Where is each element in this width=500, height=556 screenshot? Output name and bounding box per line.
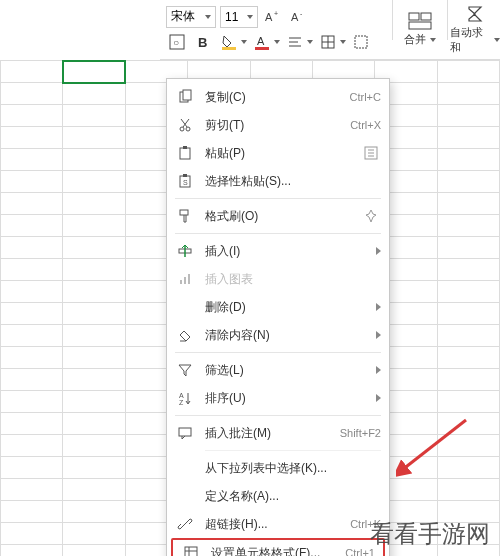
- menu-separator: [205, 450, 381, 451]
- toolbar-separator: [392, 0, 393, 40]
- svg-text:A: A: [291, 11, 299, 23]
- bold-button[interactable]: B: [192, 31, 214, 53]
- menu-item-label: 排序(U): [205, 390, 370, 407]
- menu-item-label: 格式刷(O): [205, 208, 355, 225]
- svg-rect-42: [188, 274, 190, 284]
- svg-text:B: B: [198, 35, 207, 50]
- context-menu: 复制(C)Ctrl+C剪切(T)Ctrl+X粘贴(P)S选择性粘贴(S)...格…: [166, 78, 390, 556]
- toolbar-separator: [447, 0, 448, 40]
- menu-item-label: 设置单元格格式(F)...: [211, 545, 345, 557]
- increase-font-button[interactable]: A+: [262, 6, 284, 28]
- fill-color-button[interactable]: [218, 31, 240, 53]
- decrease-font-button[interactable]: A-: [288, 6, 310, 28]
- decrease-font-icon: A-: [290, 8, 308, 26]
- svg-line-48: [183, 522, 187, 526]
- copy-icon: [175, 87, 195, 107]
- menu-item-label: 插入批注(M): [205, 425, 340, 442]
- menu-item[interactable]: 复制(C)Ctrl+C: [167, 83, 389, 111]
- menu-item[interactable]: 筛选(L): [167, 356, 389, 384]
- borders-button[interactable]: [317, 31, 339, 53]
- svg-rect-26: [180, 148, 190, 159]
- selected-cell[interactable]: [63, 61, 125, 83]
- format-painter-icon: [175, 206, 195, 226]
- cut-icon: [175, 115, 195, 135]
- menu-item-shortcut: Shift+F2: [340, 427, 381, 439]
- svg-point-23: [186, 127, 190, 131]
- chevron-down-icon: [494, 38, 500, 42]
- font-family-value: 宋体: [171, 8, 195, 25]
- menu-item-label: 插入图表: [205, 271, 381, 288]
- menu-item-label: 剪切(T): [205, 117, 350, 134]
- chevron-down-icon: [247, 15, 253, 19]
- svg-text:A: A: [179, 392, 184, 399]
- font-color-button[interactable]: A: [251, 31, 273, 53]
- watermark: 看看手游网: [370, 518, 490, 550]
- svg-text:Z: Z: [179, 399, 184, 406]
- menu-item[interactable]: 超链接(H)...Ctrl+K: [167, 510, 389, 538]
- hyperlink-icon: [175, 514, 195, 534]
- print-area-button[interactable]: [350, 31, 372, 53]
- chevron-right-icon: [376, 303, 381, 311]
- insert-chart-icon: [175, 269, 195, 289]
- comment-icon: [175, 423, 195, 443]
- menu-item-label: 选择性粘贴(S)...: [205, 173, 381, 190]
- merge-icon: [408, 12, 432, 30]
- toolbar-font-section: 宋体 11 A+ A- ○ B: [160, 0, 390, 59]
- font-color-icon: A: [253, 33, 271, 51]
- sort-icon: AZ: [175, 388, 195, 408]
- font-size-value: 11: [225, 10, 238, 24]
- align-button[interactable]: [284, 31, 306, 53]
- menu-item-label: 复制(C): [205, 89, 350, 106]
- chevron-right-icon: [376, 331, 381, 339]
- blank-icon: [175, 297, 195, 317]
- menu-item[interactable]: 格式刷(O): [167, 202, 389, 230]
- chevron-down-icon[interactable]: [274, 40, 280, 44]
- menu-item[interactable]: 粘贴(P): [167, 139, 389, 167]
- align-icon: [286, 33, 304, 51]
- svg-text:S: S: [183, 179, 188, 186]
- font-size-select[interactable]: 11: [220, 6, 258, 28]
- svg-rect-27: [183, 146, 187, 149]
- chevron-down-icon[interactable]: [241, 40, 247, 44]
- menu-item[interactable]: 删除(D): [167, 293, 389, 321]
- formula-button[interactable]: ○: [166, 31, 188, 53]
- formatting-toolbar: 宋体 11 A+ A- ○ B: [160, 0, 500, 60]
- svg-rect-40: [180, 280, 182, 284]
- menu-item-label: 粘贴(P): [205, 145, 355, 162]
- menu-item-label: 从下拉列表中选择(K)...: [205, 460, 381, 477]
- menu-item[interactable]: S选择性粘贴(S)...: [167, 167, 389, 195]
- menu-item[interactable]: 定义名称(A)...: [167, 482, 389, 510]
- svg-rect-47: [179, 428, 191, 436]
- chevron-right-icon: [376, 247, 381, 255]
- font-family-select[interactable]: 宋体: [166, 6, 216, 28]
- autosum-button[interactable]: 自动求和: [450, 0, 500, 59]
- format-cells-icon: [181, 543, 201, 556]
- menu-item[interactable]: 剪切(T)Ctrl+X: [167, 111, 389, 139]
- svg-rect-9: [255, 47, 269, 50]
- paste-icon: [175, 143, 195, 163]
- menu-item[interactable]: 插入批注(M)Shift+F2: [167, 419, 389, 447]
- menu-item-label: 定义名称(A)...: [205, 488, 381, 505]
- svg-text:-: -: [300, 10, 303, 17]
- menu-item[interactable]: 插入(I): [167, 237, 389, 265]
- merge-cells-button[interactable]: 合并: [395, 0, 445, 59]
- menu-item[interactable]: AZ排序(U): [167, 384, 389, 412]
- chevron-down-icon[interactable]: [307, 40, 313, 44]
- svg-rect-33: [183, 174, 187, 177]
- svg-rect-35: [180, 210, 188, 215]
- merge-label: 合并: [404, 32, 426, 47]
- svg-rect-41: [184, 277, 186, 284]
- chevron-right-icon: [376, 366, 381, 374]
- menu-separator: [175, 198, 381, 199]
- menu-item[interactable]: 设置单元格格式(F)...Ctrl+1: [171, 538, 385, 556]
- filter-icon: [175, 360, 195, 380]
- chevron-down-icon: [430, 38, 436, 42]
- menu-item[interactable]: 从下拉列表中选择(K)...: [167, 454, 389, 482]
- autosum-label: 自动求和: [450, 25, 490, 55]
- svg-rect-7: [222, 47, 236, 50]
- menu-item[interactable]: 清除内容(N): [167, 321, 389, 349]
- svg-rect-19: [409, 22, 431, 29]
- chevron-down-icon[interactable]: [340, 40, 346, 44]
- svg-text:○: ○: [173, 37, 179, 48]
- grid-icon: [352, 33, 370, 51]
